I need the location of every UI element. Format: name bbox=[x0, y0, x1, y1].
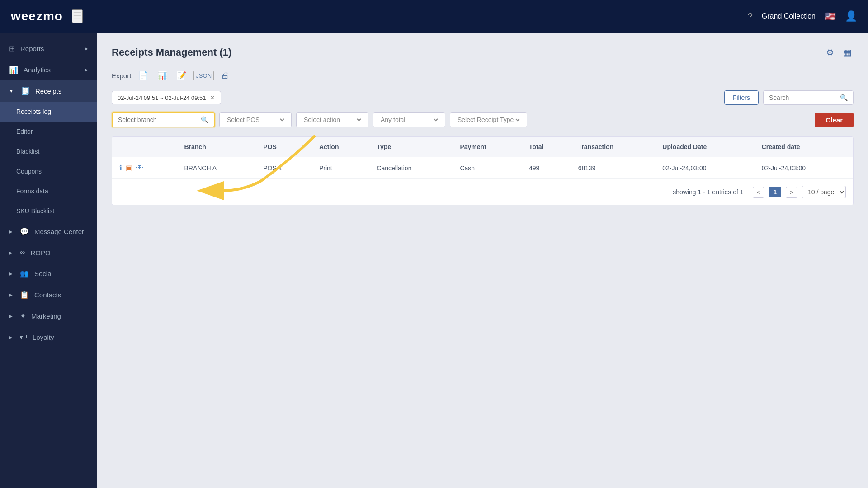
topbar: weezmo ☰ ? Grand Collection 🇺🇸 👤 bbox=[0, 0, 868, 33]
table-body: ℹ ▣ 👁 BRANCH A POS 1 Print Cancellation … bbox=[112, 157, 853, 179]
flag-icon: 🇺🇸 bbox=[825, 11, 836, 22]
row-branch: BRANCH A bbox=[177, 157, 256, 179]
sidebar-label-receipts: Receipts bbox=[35, 87, 61, 95]
eye-icon[interactable]: 👁 bbox=[136, 164, 143, 172]
sidebar-item-editor[interactable]: Editor bbox=[0, 122, 97, 141]
sidebar-item-sku-blacklist[interactable]: SKU Blacklist bbox=[0, 201, 97, 221]
sidebar-item-message-center[interactable]: ▶ 💬 Message Center bbox=[0, 221, 97, 242]
sidebar-item-ropo[interactable]: ▶ ∞ ROPO bbox=[0, 242, 97, 263]
search-input[interactable] bbox=[769, 94, 836, 101]
receipt-type-select[interactable]: Select Receipt Type bbox=[450, 112, 527, 127]
export-print-icon[interactable]: 🖨 bbox=[219, 69, 231, 82]
help-icon[interactable]: ? bbox=[748, 11, 753, 22]
branch-select[interactable]: 🔍 bbox=[112, 112, 215, 127]
sidebar-item-analytics[interactable]: 📊 Analytics ▶ bbox=[0, 59, 97, 80]
col-payment: Payment bbox=[453, 137, 522, 157]
reports-icon: ⊞ bbox=[9, 44, 15, 53]
header-actions: ⚙ ▦ bbox=[824, 45, 854, 60]
row-actions: ℹ ▣ 👁 bbox=[119, 164, 170, 172]
clear-button[interactable]: Clear bbox=[815, 113, 854, 127]
sidebar-label-receipts-log: Receipts log bbox=[16, 108, 51, 115]
sidebar-item-coupons[interactable]: Coupons bbox=[0, 161, 97, 181]
prev-page-button[interactable]: < bbox=[753, 187, 764, 198]
sidebar-item-marketing[interactable]: ▶ ✦ Marketing bbox=[0, 305, 97, 327]
action-select[interactable]: Select action bbox=[296, 112, 368, 127]
action-select-dropdown[interactable]: Select action bbox=[302, 116, 363, 124]
analytics-icon: 📊 bbox=[9, 66, 18, 74]
table-header: Branch POS Action Type Payment Total Tra… bbox=[112, 137, 853, 157]
col-created-date: Created date bbox=[755, 137, 853, 157]
marketing-icon: ✦ bbox=[20, 312, 26, 320]
reports-expand: ▶ bbox=[85, 46, 88, 51]
col-branch: Branch bbox=[177, 137, 256, 157]
columns-icon[interactable]: ▦ bbox=[841, 45, 854, 60]
col-transaction: Transaction bbox=[571, 137, 656, 157]
sidebar-label-blacklist: Blacklist bbox=[16, 148, 39, 155]
per-page-select[interactable]: 10 / page bbox=[802, 186, 846, 198]
sidebar-item-blacklist[interactable]: Blacklist bbox=[0, 141, 97, 161]
sidebar-item-social[interactable]: ▶ 👥 Social bbox=[0, 263, 97, 284]
row-uploaded-date: 02-Jul-24,03:00 bbox=[655, 157, 754, 179]
sidebar-item-forms-data[interactable]: Forms data bbox=[0, 181, 97, 201]
sidebar-item-receipts-log[interactable]: Receipts log bbox=[0, 102, 97, 122]
pos-select-dropdown[interactable]: Select POS bbox=[225, 116, 286, 124]
total-select[interactable]: Any total bbox=[373, 112, 445, 127]
sidebar: ⊞ Reports ▶ 📊 Analytics ▶ ▼ 🧾 Receipts R… bbox=[0, 33, 97, 488]
sidebar-label-sku-blacklist: SKU Blacklist bbox=[16, 207, 54, 215]
export-bar: Export 📄 📊 📝 JSON 🖨 bbox=[112, 69, 854, 82]
table-header-row: Branch POS Action Type Payment Total Tra… bbox=[112, 137, 853, 157]
sidebar-label-coupons: Coupons bbox=[16, 168, 42, 175]
topbar-right: ? Grand Collection 🇺🇸 👤 bbox=[748, 10, 857, 22]
current-page-button[interactable]: 1 bbox=[769, 187, 781, 197]
pos-select[interactable]: Select POS bbox=[219, 112, 292, 127]
receipt-icon[interactable]: ▣ bbox=[126, 164, 132, 172]
message-center-expand: ▶ bbox=[9, 229, 13, 234]
message-center-icon: 💬 bbox=[20, 227, 29, 236]
export-label: Export bbox=[112, 72, 131, 80]
hamburger-menu[interactable]: ☰ bbox=[72, 9, 83, 23]
export-pdf-icon[interactable]: 📄 bbox=[137, 69, 150, 82]
pagination: showing 1 - 1 entries of 1 < 1 > 10 / pa… bbox=[112, 179, 853, 205]
ropo-expand: ▶ bbox=[9, 250, 13, 255]
row-total: 499 bbox=[522, 157, 571, 179]
date-filter-close[interactable]: ✕ bbox=[210, 94, 215, 101]
filter-row2: 🔍 Select POS Select action Any total bbox=[112, 112, 854, 127]
sidebar-item-contacts[interactable]: ▶ 📋 Contacts bbox=[0, 284, 97, 305]
date-filter-value: 02-Jul-24 09:51 ~ 02-Jul-24 09:51 bbox=[118, 94, 206, 101]
sidebar-label-analytics: Analytics bbox=[24, 66, 51, 74]
receipts-collapse: ▼ bbox=[9, 89, 14, 94]
sidebar-label-contacts: Contacts bbox=[34, 291, 61, 299]
total-select-dropdown[interactable]: Any total bbox=[379, 116, 439, 124]
export-json-icon[interactable]: JSON bbox=[193, 71, 214, 80]
sidebar-item-reports[interactable]: ⊞ Reports ▶ bbox=[0, 38, 97, 59]
user-icon[interactable]: 👤 bbox=[845, 10, 857, 22]
export-doc-icon[interactable]: 📝 bbox=[175, 69, 188, 82]
branch-search-icon: 🔍 bbox=[201, 116, 208, 123]
settings-icon[interactable]: ⚙ bbox=[824, 45, 836, 60]
col-type: Type bbox=[369, 137, 453, 157]
sidebar-item-receipts[interactable]: ▼ 🧾 Receipts bbox=[0, 80, 97, 102]
contacts-expand: ▶ bbox=[9, 292, 13, 297]
branch-input[interactable] bbox=[118, 116, 197, 123]
social-expand: ▶ bbox=[9, 271, 13, 276]
receipt-type-dropdown[interactable]: Select Receipt Type bbox=[456, 116, 521, 124]
topbar-left: weezmo ☰ bbox=[11, 9, 83, 23]
next-page-button[interactable]: > bbox=[786, 187, 797, 198]
social-icon: 👥 bbox=[20, 269, 29, 278]
export-excel-icon[interactable]: 📊 bbox=[156, 69, 169, 82]
receipts-table-container: Branch POS Action Type Payment Total Tra… bbox=[112, 136, 854, 205]
loyalty-expand: ▶ bbox=[9, 335, 13, 340]
date-filter-chip: 02-Jul-24 09:51 ~ 02-Jul-24 09:51 ✕ bbox=[112, 91, 221, 104]
sidebar-item-loyalty[interactable]: ▶ 🏷 Loyalty bbox=[0, 327, 97, 347]
ropo-icon: ∞ bbox=[20, 249, 25, 257]
analytics-expand: ▶ bbox=[85, 67, 88, 72]
filters-button[interactable]: Filters bbox=[724, 90, 759, 105]
col-action: Action bbox=[312, 137, 370, 157]
filter-right: Filters 🔍 bbox=[724, 90, 854, 105]
sidebar-label-marketing: Marketing bbox=[31, 312, 61, 320]
info-icon[interactable]: ℹ bbox=[119, 164, 122, 172]
row-payment: Cash bbox=[453, 157, 522, 179]
row-transaction: 68139 bbox=[571, 157, 656, 179]
row-created-date: 02-Jul-24,03:00 bbox=[755, 157, 853, 179]
contacts-icon: 📋 bbox=[20, 291, 29, 299]
